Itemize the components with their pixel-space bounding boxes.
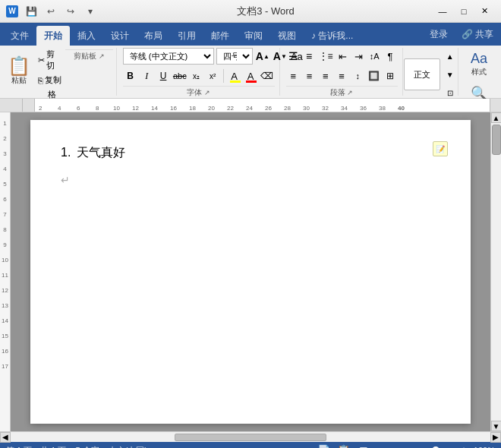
tab-home[interactable]: 开始: [36, 26, 70, 46]
bold-button[interactable]: B: [123, 68, 138, 84]
numbering-button[interactable]: ≡: [302, 48, 317, 65]
print-layout-view[interactable]: 📄: [317, 443, 331, 448]
scroll-left-button[interactable]: ◀: [0, 432, 11, 443]
ruler-tick-10: 10: [113, 105, 120, 112]
tab-layout[interactable]: 布局: [137, 26, 170, 46]
scroll-right-button[interactable]: ▶: [490, 432, 501, 443]
tab-mailings[interactable]: 邮件: [203, 26, 237, 46]
redo-quickaccess[interactable]: ↪: [62, 3, 79, 20]
page-container[interactable]: 📝 1. 天气真好 ↵: [11, 112, 490, 431]
styles-pane-button[interactable]: Aa 样式: [462, 48, 496, 80]
bullets-button[interactable]: ☰: [286, 48, 301, 65]
justify-button[interactable]: ≡: [334, 68, 348, 84]
zoom-bar: － ＋ 100%: [377, 443, 495, 448]
font-color-button[interactable]: A: [243, 68, 257, 84]
ruler-tick-14: 14: [151, 105, 158, 112]
undo-quickaccess[interactable]: ↩: [43, 3, 59, 20]
scroll-thumb[interactable]: [492, 125, 501, 155]
language-status: 中文(中国): [109, 445, 147, 449]
ruler-tick-26: 26: [265, 105, 272, 112]
clipboard-label: 剪贴板 ↗: [65, 49, 113, 94]
clipboard-secondary: ✂ 剪切 ⎘ 复制 🖌 格式刷: [35, 48, 65, 94]
horizontal-scrollbar: ◀ ▶: [0, 431, 501, 442]
clipboard-expand-icon[interactable]: ↗: [99, 52, 105, 60]
tab-insert[interactable]: 插入: [70, 26, 103, 46]
h-scroll-track[interactable]: [11, 432, 490, 442]
borders-button[interactable]: ⊞: [383, 68, 397, 84]
paste-button[interactable]: 📋 粘贴: [6, 48, 32, 94]
normal-style[interactable]: 正文: [404, 58, 440, 90]
tab-review[interactable]: 审阅: [237, 26, 270, 46]
paragraph-expand-icon[interactable]: ↗: [347, 89, 353, 96]
styles-scroll-down[interactable]: ▼: [442, 66, 458, 83]
signin-button[interactable]: 登录: [425, 27, 452, 43]
web-layout-view[interactable]: 📋: [337, 443, 351, 448]
tab-file[interactable]: 文件: [3, 26, 36, 46]
save-quickaccess[interactable]: 💾: [23, 3, 39, 20]
text-highlight-button[interactable]: A: [227, 68, 241, 84]
tab-view[interactable]: 视图: [270, 26, 304, 46]
sort-button[interactable]: ↕A: [367, 48, 382, 65]
line-spacing-button[interactable]: ↕: [351, 68, 365, 84]
comment-icon[interactable]: 📝: [433, 141, 448, 156]
superscript-button[interactable]: x²: [205, 68, 220, 84]
scroll-up-button[interactable]: ▲: [491, 112, 502, 123]
paste-label: 粘贴: [11, 75, 27, 86]
ruler-tick-4: 4: [58, 105, 61, 112]
editing-group: Aa 样式 🔍 编辑: [460, 48, 498, 96]
paste-icon: 📋: [8, 57, 30, 75]
paragraph-row1: ☰ ≡ ⋮≡ ⇤ ⇥ ↕A ¶: [286, 48, 398, 65]
underline-button[interactable]: U: [156, 68, 171, 84]
align-left-button[interactable]: ≡: [286, 68, 301, 84]
customize-quickaccess[interactable]: ▾: [82, 3, 99, 20]
strikethrough-button[interactable]: abc: [172, 68, 187, 84]
font-family-select[interactable]: 等线 (中文正文): [123, 48, 214, 65]
document-text[interactable]: 天气真好: [77, 143, 125, 162]
subscript-button[interactable]: x₂: [189, 68, 204, 84]
paragraph-row2: ≡ ≡ ≡ ≡ ↕ 🔲 ⊞: [286, 68, 398, 84]
tab-references[interactable]: 引用: [170, 26, 203, 46]
minimize-button[interactable]: —: [433, 3, 452, 20]
share-button[interactable]: 🔗 共享: [457, 27, 498, 43]
copy-button[interactable]: ⎘ 复制: [35, 74, 65, 87]
decrease-indent-button[interactable]: ⇤: [336, 48, 350, 65]
clear-formatting-button[interactable]: ⌫: [260, 68, 275, 84]
align-right-button[interactable]: ≡: [318, 68, 332, 84]
grow-font-button[interactable]: A▲: [255, 48, 270, 65]
list-item-1[interactable]: 1. 天气真好: [61, 143, 440, 162]
cut-button[interactable]: ✂ 剪切: [35, 48, 65, 72]
vertical-scrollbar: ▲ ▼: [490, 112, 501, 431]
shading-button[interactable]: 🔲: [367, 68, 381, 84]
vruler-2: 2: [3, 131, 6, 146]
font-expand-icon[interactable]: ↗: [204, 89, 210, 96]
document-content[interactable]: 1. 天气真好 ↵: [61, 143, 440, 189]
vruler-13: 13: [2, 298, 8, 313]
zoom-out-button[interactable]: －: [377, 443, 390, 448]
vruler-11: 11: [2, 267, 8, 282]
ruler-tick-32: 32: [322, 105, 329, 112]
show-marks-button[interactable]: ¶: [383, 48, 398, 65]
styles-pane-icon: Aa: [471, 51, 487, 67]
status-right: 📄 📋 ⊡ － ＋ 100%: [317, 443, 495, 448]
close-button[interactable]: ✕: [475, 3, 495, 20]
vruler-12: 12: [2, 282, 8, 298]
document-page[interactable]: 📝 1. 天气真好 ↵: [30, 120, 471, 424]
maximize-button[interactable]: □: [454, 3, 474, 20]
scroll-down-button[interactable]: ▼: [491, 421, 502, 431]
focus-view[interactable]: ⊡: [357, 443, 370, 448]
tab-tell-me[interactable]: ♪ 告诉我...: [304, 26, 361, 46]
increase-indent-button[interactable]: ⇥: [351, 48, 366, 65]
scroll-track[interactable]: [492, 123, 501, 421]
font-size-select[interactable]: 四号: [216, 48, 253, 65]
italic-button[interactable]: I: [139, 68, 154, 84]
vruler-5: 5: [3, 176, 6, 191]
h-scroll-thumb[interactable]: [175, 434, 326, 441]
multilevel-list-button[interactable]: ⋮≡: [318, 48, 334, 65]
zoom-in-button[interactable]: ＋: [457, 443, 471, 448]
tab-design[interactable]: 设计: [103, 26, 137, 46]
vruler-9: 9: [3, 237, 6, 252]
styles-scroll-up[interactable]: ▲: [442, 48, 458, 65]
vruler-8: 8: [3, 222, 6, 237]
align-center-button[interactable]: ≡: [302, 68, 317, 84]
status-bar: 第 1 页，共 1 页 5 个字 中文(中国) 📄 📋 ⊡ － ＋ 100%: [0, 442, 501, 448]
